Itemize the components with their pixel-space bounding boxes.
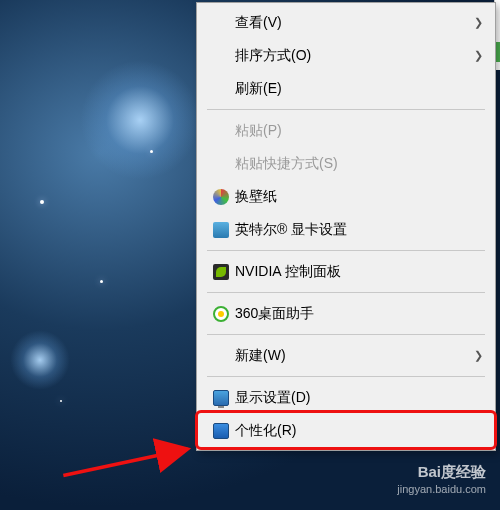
menu-item-label: 粘贴快捷方式(S) — [235, 155, 483, 173]
menu-item-label: 英特尔® 显卡设置 — [235, 221, 483, 239]
menu-item-label: 360桌面助手 — [235, 305, 483, 323]
menu-item[interactable]: 360桌面助手 — [199, 297, 493, 330]
menu-item[interactable]: 排序方式(O)❯ — [199, 39, 493, 72]
desktop-context-menu: 查看(V)❯排序方式(O)❯刷新(E)粘贴(P)粘贴快捷方式(S)换壁纸英特尔®… — [196, 2, 496, 451]
menu-separator — [207, 376, 485, 377]
menu-item-label: 新建(W) — [235, 347, 467, 365]
menu-separator — [207, 334, 485, 335]
watermark-brand: Bai度经验 — [397, 462, 486, 482]
display-icon — [213, 390, 229, 406]
menu-item[interactable]: 个性化(R) — [199, 414, 493, 447]
360-icon — [207, 306, 235, 322]
menu-item-label: 刷新(E) — [235, 80, 483, 98]
star-decoration — [150, 150, 153, 153]
nvidia-icon — [213, 264, 229, 280]
menu-item-label: 粘贴(P) — [235, 122, 483, 140]
menu-item[interactable]: 显示设置(D) — [199, 381, 493, 414]
watermark-url: jingyan.baidu.com — [397, 482, 486, 496]
menu-item[interactable]: 刷新(E) — [199, 72, 493, 105]
wallpaper-icon — [207, 189, 235, 205]
360-icon — [213, 306, 229, 322]
menu-separator — [207, 250, 485, 251]
menu-item: 粘贴(P) — [199, 114, 493, 147]
menu-item[interactable]: 查看(V)❯ — [199, 6, 493, 39]
star-decoration — [40, 200, 44, 204]
menu-item[interactable]: 英特尔® 显卡设置 — [199, 213, 493, 246]
menu-item[interactable]: NVIDIA 控制面板 — [199, 255, 493, 288]
intel-icon — [207, 222, 235, 238]
nvidia-icon — [207, 264, 235, 280]
chevron-right-icon: ❯ — [467, 349, 483, 362]
personalize-icon — [213, 423, 229, 439]
menu-item-label: 个性化(R) — [235, 422, 483, 440]
chevron-right-icon: ❯ — [467, 16, 483, 29]
menu-item: 粘贴快捷方式(S) — [199, 147, 493, 180]
menu-separator — [207, 109, 485, 110]
watermark: Bai度经验 jingyan.baidu.com — [397, 462, 486, 496]
wallpaper-icon — [213, 189, 229, 205]
menu-item-label: 查看(V) — [235, 14, 467, 32]
intel-icon — [213, 222, 229, 238]
display-icon — [207, 390, 235, 406]
menu-separator — [207, 292, 485, 293]
menu-item-label: NVIDIA 控制面板 — [235, 263, 483, 281]
menu-item[interactable]: 新建(W)❯ — [199, 339, 493, 372]
personalize-icon — [207, 423, 235, 439]
star-decoration — [100, 280, 103, 283]
menu-item[interactable]: 换壁纸 — [199, 180, 493, 213]
star-decoration — [60, 400, 62, 402]
menu-item-label: 换壁纸 — [235, 188, 483, 206]
menu-item-label: 显示设置(D) — [235, 389, 483, 407]
chevron-right-icon: ❯ — [467, 49, 483, 62]
menu-item-label: 排序方式(O) — [235, 47, 467, 65]
